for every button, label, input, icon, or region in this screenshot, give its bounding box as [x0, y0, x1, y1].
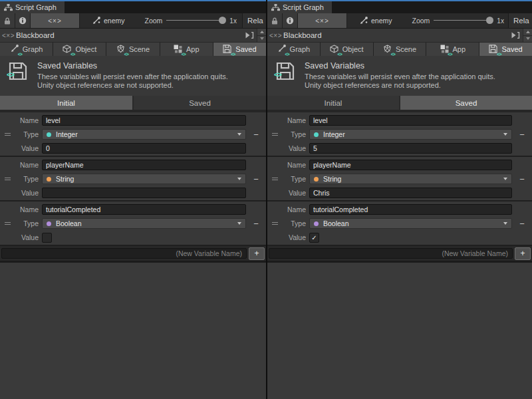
remove-variable-button[interactable]: − — [519, 219, 525, 228]
variable-type-dropdown[interactable]: String — [309, 174, 512, 184]
zoom-slider-track — [166, 20, 223, 21]
lock-button[interactable] — [267, 13, 283, 28]
variable-type-dropdown[interactable]: Integer — [309, 129, 512, 140]
type-value: String — [56, 175, 233, 183]
variable-type-dropdown[interactable]: String — [42, 174, 246, 184]
variable-name-input[interactable] — [309, 204, 512, 215]
tab-label: Scene — [396, 45, 416, 53]
remove-variable-button[interactable]: − — [253, 130, 259, 139]
tab-saved-state[interactable]: Saved — [134, 96, 266, 110]
dock-icon — [511, 32, 520, 39]
variable-type-dropdown[interactable]: Integer — [42, 129, 246, 140]
scroll-up-button[interactable] — [523, 29, 532, 35]
drag-handle[interactable] — [5, 221, 11, 226]
remove-variable-button[interactable]: − — [519, 130, 525, 139]
variables-badge-icon: <> — [285, 52, 289, 57]
graph-reference-button[interactable]: enemy — [92, 13, 125, 28]
graph-toolbar: <×> enemy Zoom 1x Rela — [0, 13, 266, 29]
add-variable-button[interactable]: + — [515, 247, 531, 260]
zoom-slider[interactable] — [166, 13, 226, 28]
tab-app[interactable]: <> App — [426, 43, 479, 56]
info-button[interactable] — [283, 13, 298, 28]
tab-label: Graph — [290, 45, 311, 53]
plus-icon: + — [520, 249, 525, 258]
tab-initial[interactable]: Initial — [0, 96, 132, 110]
type-label: Type — [282, 175, 306, 183]
tab-initial[interactable]: Initial — [267, 96, 399, 110]
variable-row: Name Type Boolean − Value — [267, 201, 532, 246]
variable-name-input[interactable] — [309, 115, 512, 126]
boolean-value-checkbox[interactable]: ✓ — [309, 233, 319, 243]
edit-graph-button[interactable]: <×> — [31, 13, 80, 28]
new-variable-name-input[interactable] — [269, 248, 513, 259]
tab-saved[interactable]: <> Saved — [479, 43, 532, 56]
tab-label: Saved — [501, 45, 522, 53]
tab-scene[interactable]: <> Scene — [374, 43, 426, 56]
zoom-slider-thumb[interactable] — [486, 17, 493, 24]
graph-reference-button[interactable]: enemy — [359, 13, 392, 28]
section-title: Saved Variables — [305, 61, 495, 70]
tab-label: Saved — [189, 99, 211, 107]
variables-badge-icon: <> — [182, 52, 186, 57]
lock-button[interactable] — [0, 13, 15, 28]
remove-variable-button[interactable]: − — [253, 219, 259, 228]
drag-handle[interactable] — [272, 132, 278, 137]
boolean-value-checkbox[interactable] — [42, 233, 52, 243]
relations-button[interactable]: Rela — [508, 13, 532, 28]
edit-graph-button[interactable]: <×> — [298, 13, 347, 28]
variable-name-input[interactable] — [42, 204, 246, 215]
dock-button[interactable] — [245, 32, 254, 39]
tab-object[interactable]: <> Object — [53, 43, 106, 56]
tab-object[interactable]: <> Object — [321, 43, 373, 56]
tab-saved[interactable]: <> Saved — [213, 43, 266, 56]
variable-value-input[interactable] — [42, 188, 246, 198]
remove-variable-button[interactable]: − — [519, 175, 525, 184]
type-label: Type — [282, 130, 306, 138]
graph-toolbar: <×> enemy Zoom 1x Rela — [267, 13, 532, 29]
variable-value-input[interactable] — [309, 188, 512, 198]
variables-badge-icon: <> — [274, 70, 281, 78]
variable-value-input[interactable] — [42, 143, 246, 154]
variable-value-input[interactable] — [309, 143, 512, 154]
tab-label: Initial — [57, 99, 75, 107]
type-value: Boolean — [323, 219, 499, 227]
variables-badge-icon: <> — [497, 52, 501, 57]
variable-name-input[interactable] — [42, 115, 246, 126]
zoom-slider-thumb[interactable] — [219, 17, 226, 24]
variable-row: Name Type Boolean − Value — [0, 201, 266, 246]
drag-handle[interactable] — [272, 221, 278, 226]
remove-variable-button[interactable]: − — [253, 175, 259, 184]
zoom-slider[interactable] — [434, 13, 493, 28]
tab-graph[interactable]: <> Graph — [0, 43, 53, 56]
script-graph-icon — [271, 4, 280, 11]
tab-label: Scene — [129, 45, 150, 53]
scroll-down-button[interactable] — [257, 35, 266, 43]
zoom-label: Zoom — [412, 17, 430, 25]
script-graph-window-right: Script Graph <×> enemy Zoom 1x Rela <×> … — [266, 0, 532, 399]
state-tabs: Initial Saved — [0, 96, 266, 110]
drag-handle[interactable] — [5, 132, 11, 137]
tab-scene[interactable]: <> Scene — [106, 43, 159, 56]
variable-type-dropdown[interactable]: Boolean — [42, 218, 246, 229]
variable-type-dropdown[interactable]: Boolean — [309, 218, 512, 229]
tab-script-graph[interactable]: Script Graph — [0, 1, 65, 13]
variables-badge-icon: <> — [124, 52, 128, 57]
relations-button[interactable]: Rela — [242, 13, 266, 28]
lock-icon — [271, 17, 278, 25]
add-variable-button[interactable]: + — [249, 247, 265, 260]
info-button[interactable] — [15, 13, 31, 28]
variable-name-input[interactable] — [42, 160, 246, 170]
scroll-down-button[interactable] — [523, 35, 532, 43]
tab-app[interactable]: <> App — [160, 43, 213, 56]
tab-graph[interactable]: <> Graph — [267, 43, 320, 56]
tab-script-graph[interactable]: Script Graph — [267, 1, 332, 13]
variables-badge-icon: <> — [448, 52, 452, 57]
tab-saved-state[interactable]: Saved — [400, 96, 532, 110]
scroll-up-button[interactable] — [257, 29, 266, 35]
drag-handle[interactable] — [5, 176, 11, 182]
variable-name-input[interactable] — [309, 160, 512, 170]
dock-button[interactable] — [511, 32, 520, 39]
drag-handle[interactable] — [272, 176, 278, 182]
type-color-dot — [47, 177, 51, 182]
new-variable-name-input[interactable] — [1, 248, 247, 259]
